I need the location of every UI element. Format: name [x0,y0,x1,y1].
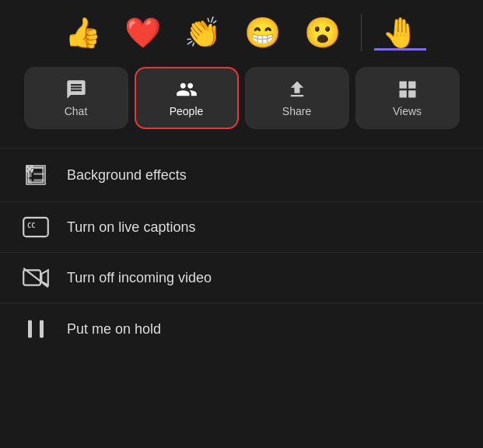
tabs-row: Chat People Share Views [0,62,483,142]
svg-rect-5 [23,270,40,285]
background-effects-icon [22,163,50,187]
svg-line-7 [23,268,48,287]
incoming-video-icon [22,267,50,289]
menu-item-live-captions[interactable]: CC Turn on live captions [0,201,483,252]
emoji-divider [361,14,362,51]
tab-people-label: People [170,105,204,117]
hold-icon [22,317,50,341]
svg-text:CC: CC [27,222,35,229]
tab-chat-label: Chat [65,105,88,117]
menu-list: Background effects CC Turn on live capti… [0,148,483,355]
svg-rect-9 [40,320,44,338]
chat-icon [65,79,87,100]
hold-label: Put me on hold [67,321,161,338]
menu-item-hold[interactable]: Put me on hold [0,303,483,355]
tab-people[interactable]: People [135,67,239,129]
incoming-video-label: Turn off incoming video [67,270,212,286]
tab-views[interactable]: Views [355,67,460,129]
tab-views-label: Views [393,105,422,117]
thumbs-up-emoji[interactable]: 👍 [57,15,109,51]
background-effects-label: Background effects [67,167,187,184]
clap-emoji[interactable]: 👏 [177,15,229,51]
surprised-emoji[interactable]: 😮 [296,15,348,51]
heart-emoji[interactable]: ❤️ [117,15,169,51]
live-captions-label: Turn on live captions [67,219,195,236]
menu-item-background-effects[interactable]: Background effects [0,148,483,201]
live-captions-icon: CC [22,216,50,238]
share-icon [286,79,308,100]
menu-item-incoming-video[interactable]: Turn off incoming video [0,252,483,303]
tab-chat[interactable]: Chat [24,67,128,129]
emoji-bar: 👍 ❤️ 👏 😁 😮 🤚 [0,0,483,62]
svg-rect-8 [28,320,32,338]
grin-emoji[interactable]: 😁 [236,15,289,51]
wave-emoji[interactable]: 🤚 [374,15,426,51]
tab-share-label: Share [282,105,311,117]
people-icon [175,79,198,100]
tab-share[interactable]: Share [245,67,349,129]
views-icon [397,79,418,100]
